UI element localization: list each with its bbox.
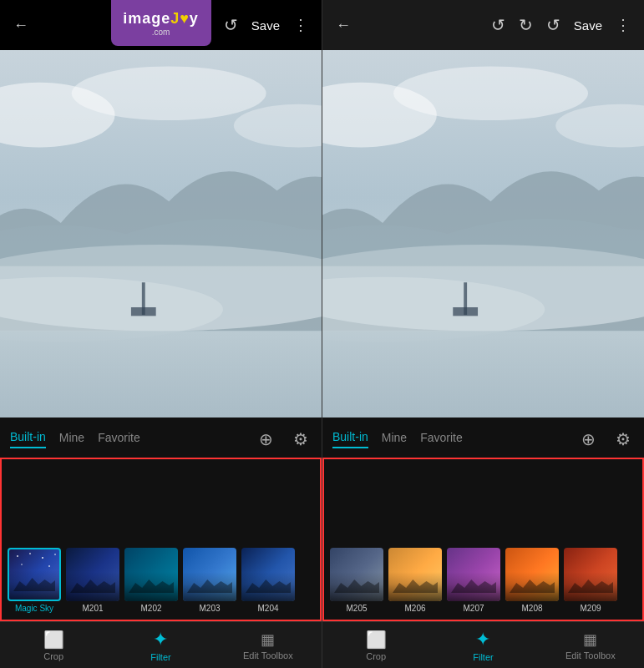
- right-settings-icon[interactable]: ⚙: [612, 428, 634, 451]
- filter-thumb-m207: [447, 548, 500, 601]
- left-tab-favorite[interactable]: Favorite: [98, 431, 140, 448]
- filter-thumb-magic-sky: [8, 548, 61, 601]
- right-save-button[interactable]: Save: [567, 13, 609, 38]
- filter-m208[interactable]: M208: [505, 548, 560, 613]
- right-tab-favorite[interactable]: Favorite: [420, 431, 463, 448]
- svg-point-10: [29, 553, 31, 554]
- svg-point-11: [42, 557, 43, 559]
- svg-point-17: [393, 66, 588, 120]
- right-tab-builtin[interactable]: Built-in: [332, 430, 368, 448]
- filter-m205[interactable]: M205: [329, 548, 384, 613]
- right-nav-crop-label: Crop: [366, 651, 386, 661]
- filter-m209[interactable]: M209: [563, 548, 618, 613]
- right-redo-button[interactable]: ↻: [512, 10, 540, 40]
- left-save-button[interactable]: Save: [245, 13, 287, 38]
- filter-label-m209: M209: [580, 604, 601, 613]
- right-bottom-area: Built-in Mine Favorite ⊕ ⚙ M205: [322, 418, 644, 668]
- right-filter-icon: ✦: [475, 629, 490, 650]
- filter-label-m204: M204: [257, 604, 278, 613]
- filter-thumb-m208: [505, 548, 559, 601]
- filter-icon: ✦: [153, 629, 168, 650]
- svg-rect-23: [453, 307, 478, 316]
- filter-thumb-m201: [66, 548, 119, 601]
- svg-rect-8: [131, 307, 156, 316]
- left-back-button[interactable]: ←: [7, 12, 35, 39]
- right-more-button[interactable]: ⋮: [609, 11, 637, 39]
- app-logo: imageJ♥y .com: [111, 0, 211, 46]
- right-nav-edit-toolbox[interactable]: ▦ Edit Toolbox: [537, 622, 644, 668]
- filter-m202[interactable]: M202: [124, 548, 179, 613]
- filter-label-m201: M201: [82, 604, 103, 613]
- right-bottom-nav: ⬜ Crop ✦ Filter ▦ Edit Toolbox: [322, 621, 644, 668]
- filter-m206[interactable]: M206: [388, 548, 443, 613]
- svg-rect-6: [0, 331, 322, 418]
- right-tab-mine[interactable]: Mine: [382, 431, 407, 448]
- right-crop-icon: ⬜: [366, 630, 387, 650]
- left-filter-scroll[interactable]: Magic Sky M201 M202: [0, 458, 322, 621]
- right-nav-crop[interactable]: ⬜ Crop: [322, 622, 429, 668]
- left-zoom-icon[interactable]: ⊕: [256, 428, 276, 451]
- filter-thumb-m203: [183, 548, 236, 601]
- right-filter-scroll[interactable]: M205 M206 M207: [322, 458, 644, 621]
- svg-point-9: [17, 555, 18, 557]
- right-filter-tabs: Built-in Mine Favorite ⊕ ⚙: [322, 418, 644, 458]
- svg-point-2: [72, 66, 266, 120]
- filter-m204[interactable]: M204: [241, 548, 296, 613]
- svg-point-13: [21, 564, 23, 565]
- left-tab-builtin[interactable]: Built-in: [10, 430, 46, 448]
- crop-icon: ⬜: [43, 630, 64, 650]
- edit-toolbox-icon: ▦: [261, 630, 275, 649]
- left-nav-edit-toolbox-label: Edit Toolbox: [243, 650, 293, 660]
- logo-com: .com: [152, 28, 170, 37]
- filter-m203[interactable]: M203: [182, 548, 237, 613]
- filter-label-magic-sky: Magic Sky: [15, 604, 53, 613]
- filter-thumb-m206: [388, 548, 442, 601]
- left-nav-crop[interactable]: ⬜ Crop: [0, 622, 107, 668]
- filter-label-m202: M202: [140, 604, 161, 613]
- left-nav-filter[interactable]: ✦ Filter: [107, 622, 214, 668]
- right-panel: ← ↺ ↻ ↺ Save ⋮: [322, 0, 644, 668]
- left-tab-mine[interactable]: Mine: [59, 431, 84, 448]
- filter-label-m205: M205: [346, 604, 367, 613]
- left-panel: ← imageJ♥y .com ↺ Save ⋮: [0, 0, 322, 668]
- left-settings-icon[interactable]: ⚙: [290, 428, 312, 451]
- left-image-area: [0, 50, 322, 418]
- right-image-area: [322, 50, 644, 418]
- filter-m207[interactable]: M207: [446, 548, 501, 613]
- filter-magic-sky[interactable]: Magic Sky: [7, 548, 62, 613]
- left-undo-button[interactable]: ↺: [217, 10, 245, 40]
- left-filter-tabs: Built-in Mine Favorite ⊕ ⚙: [0, 418, 322, 458]
- filter-thumb-m202: [124, 548, 178, 601]
- filter-thumb-m204: [241, 548, 295, 601]
- left-bottom-nav: ⬜ Crop ✦ Filter ▦ Edit Toolbox: [0, 621, 322, 668]
- filter-label-m208: M208: [521, 604, 542, 613]
- right-undo2-button[interactable]: ↺: [540, 10, 567, 40]
- filter-label-m206: M206: [404, 604, 425, 613]
- left-header: ← imageJ♥y .com ↺ Save ⋮: [0, 0, 322, 50]
- svg-point-14: [48, 565, 50, 567]
- right-edit-toolbox-icon: ▦: [583, 630, 597, 649]
- right-nav-filter-label: Filter: [473, 652, 493, 662]
- filter-thumb-m209: [564, 548, 617, 601]
- left-bottom-area: Built-in Mine Favorite ⊕ ⚙: [0, 418, 322, 668]
- right-back-button[interactable]: ←: [329, 12, 357, 39]
- logo-text: imageJ♥y: [123, 10, 199, 28]
- filter-m201[interactable]: M201: [65, 548, 120, 613]
- filter-label-m207: M207: [463, 604, 484, 613]
- right-nav-filter[interactable]: ✦ Filter: [429, 622, 536, 668]
- left-more-button[interactable]: ⋮: [287, 11, 315, 39]
- svg-rect-21: [322, 331, 644, 418]
- filter-thumb-m205: [330, 548, 383, 601]
- right-nav-edit-toolbox-label: Edit Toolbox: [565, 650, 616, 660]
- left-nav-filter-label: Filter: [150, 652, 170, 662]
- right-zoom-icon[interactable]: ⊕: [578, 428, 599, 451]
- svg-point-12: [54, 554, 56, 555]
- filter-label-m203: M203: [199, 604, 220, 613]
- right-header: ← ↺ ↻ ↺ Save ⋮: [322, 0, 644, 50]
- left-nav-crop-label: Crop: [43, 651, 63, 661]
- left-nav-edit-toolbox[interactable]: ▦ Edit Toolbox: [215, 622, 322, 668]
- right-undo-button[interactable]: ↺: [484, 10, 512, 40]
